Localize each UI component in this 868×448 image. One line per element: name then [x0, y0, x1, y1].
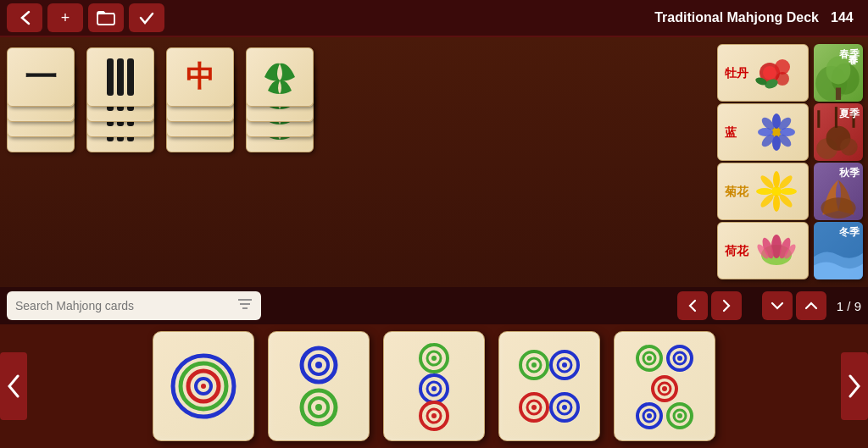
svg-rect-1 — [107, 58, 114, 96]
next-page-button[interactable] — [711, 291, 742, 320]
svg-point-74 — [431, 386, 437, 391]
svg-point-92 — [647, 356, 652, 361]
svg-point-104 — [677, 413, 682, 418]
right-side: 牡丹 蓝 — [717, 44, 865, 284]
flower-column: 牡丹 蓝 — [717, 44, 810, 284]
svg-point-34 — [777, 174, 794, 191]
svg-point-31 — [756, 188, 773, 195]
tray-cards — [27, 331, 841, 441]
card-count: 144 — [831, 10, 861, 25]
season-card-winter[interactable]: 冬季 — [814, 222, 863, 279]
column-wan: 一 二 三 丨 — [7, 47, 81, 151]
flower-image-lotus — [750, 227, 801, 274]
svg-point-83 — [562, 362, 567, 368]
season-card-spring[interactable]: 春季 春季 — [814, 44, 863, 102]
tray-card-5[interactable] — [614, 331, 715, 441]
svg-point-86 — [531, 405, 537, 410]
back-button[interactable] — [7, 3, 42, 32]
deck-title: Traditional Mahjong Deck — [654, 10, 819, 25]
card-green-1[interactable] — [246, 47, 314, 107]
svg-point-101 — [647, 413, 652, 418]
svg-point-35 — [759, 192, 776, 209]
svg-point-33 — [759, 174, 776, 191]
flower-label-lotus: 荷花 — [725, 244, 748, 257]
svg-point-36 — [777, 192, 794, 209]
search-container — [7, 291, 261, 320]
page-indicator: 1 / 9 — [837, 299, 861, 313]
season-card-summer[interactable]: 夏季 — [814, 103, 863, 161]
column-bamboo — [86, 47, 161, 151]
flower-label-chrysanthemum: 菊花 — [725, 185, 748, 198]
flower-label-peony: 牡丹 — [725, 66, 748, 80]
svg-point-95 — [677, 356, 682, 361]
tray-card-3[interactable] — [383, 331, 485, 441]
flower-image-blue — [750, 108, 801, 156]
svg-rect-3 — [127, 58, 134, 96]
check-button[interactable] — [129, 3, 164, 32]
season-card-autumn[interactable]: 秋季 — [814, 163, 863, 220]
cards-area: 一 二 三 丨 — [3, 44, 320, 284]
column-red-dragon: 中 中 中 中 — [166, 47, 241, 151]
search-input[interactable] — [15, 299, 237, 312]
svg-point-68 — [315, 404, 322, 411]
tray-card-2[interactable] — [268, 331, 370, 441]
scroll-up-button[interactable] — [796, 291, 826, 320]
tray-right-arrow[interactable] — [841, 352, 868, 420]
flower-image-peony — [750, 49, 801, 97]
svg-rect-46 — [836, 88, 841, 100]
svg-point-89 — [562, 405, 567, 410]
svg-rect-50 — [817, 110, 820, 128]
flower-card-lotus[interactable]: 荷花 — [717, 222, 809, 279]
flower-card-chrysanthemum[interactable]: 菊花 — [717, 163, 809, 220]
svg-point-32 — [780, 188, 797, 195]
scroll-down-button[interactable] — [762, 291, 793, 320]
folder-button[interactable] — [88, 3, 124, 32]
tray-card-4[interactable] — [498, 331, 600, 441]
svg-point-98 — [662, 386, 667, 391]
flower-card-peony[interactable]: 牡丹 — [717, 44, 809, 102]
svg-point-80 — [531, 362, 537, 368]
season-column: 春季 春季 夏季 — [814, 44, 865, 284]
main-area: 一 二 三 丨 — [0, 37, 868, 287]
bottom-tray — [0, 324, 868, 448]
flower-label-blue: 蓝 — [725, 125, 737, 139]
top-bar: + Traditional Mahjong Deck 144 — [0, 0, 868, 37]
svg-point-14 — [763, 66, 776, 80]
card-dragon-1[interactable]: 中 — [166, 47, 234, 107]
svg-point-62 — [201, 384, 206, 389]
svg-rect-2 — [117, 58, 124, 96]
svg-point-53 — [821, 197, 855, 218]
svg-rect-0 — [97, 14, 114, 25]
svg-point-65 — [315, 362, 322, 368]
prev-page-button[interactable] — [677, 291, 708, 320]
flower-card-blue[interactable]: 蓝 — [717, 103, 809, 161]
svg-point-49 — [840, 138, 858, 156]
nav-bar: 1 / 9 — [0, 287, 868, 324]
flower-image-chrysanthemum — [750, 168, 801, 215]
svg-point-77 — [431, 413, 437, 418]
svg-point-30 — [773, 195, 780, 212]
add-button[interactable]: + — [47, 3, 83, 32]
column-green-bamboo — [246, 47, 320, 151]
tray-left-arrow[interactable] — [0, 352, 27, 420]
svg-point-29 — [773, 171, 780, 188]
tray-card-1[interactable] — [153, 331, 254, 441]
svg-point-71 — [431, 356, 437, 361]
filter-icon[interactable] — [237, 298, 253, 313]
svg-rect-51 — [835, 107, 837, 128]
card-wan-1[interactable]: 一 — [7, 47, 75, 107]
card-bamboo-1[interactable] — [86, 47, 154, 107]
